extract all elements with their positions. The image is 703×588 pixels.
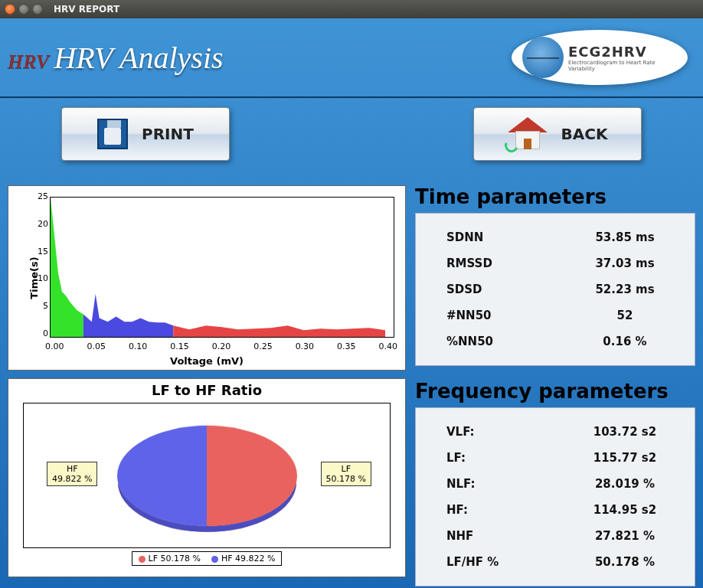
logo-text-small: Electrocardiogram to Heart Rate Variabil… (568, 60, 677, 72)
param-row: RMSSD37.03 ms (446, 250, 675, 276)
page-title: HRV HRV Analysis (8, 40, 224, 76)
param-row: HF:114.95 s2 (446, 497, 675, 523)
param-row: VLF:103.72 s2 (446, 419, 675, 445)
freq-params-heading: Frequency parameters (415, 380, 695, 403)
pie-ellipse (117, 425, 297, 525)
pie-chart: LF to HF Ratio HF 49.822 % LF 50.178 % L… (8, 378, 406, 577)
pie-title: LF to HF Ratio (152, 382, 262, 398)
spectrum-plot-area (50, 197, 394, 338)
spectrum-svg (51, 198, 394, 337)
spectrum-yticks: 25 20 15 10 5 0 (30, 192, 48, 338)
minimize-icon[interactable] (18, 4, 29, 15)
title-main: HRV Analysis (54, 40, 223, 76)
print-button-label: PRINT (142, 125, 194, 143)
save-icon (97, 119, 128, 149)
app-header: HRV HRV Analysis ECG2HRV Electrocardiogr… (0, 18, 703, 98)
print-button[interactable]: PRINT (61, 107, 230, 161)
param-row: #NN5052 (446, 302, 675, 328)
spectrum-chart: Time(s) 25 20 15 10 5 0 (8, 185, 406, 371)
title-prefix: HRV (8, 51, 49, 74)
left-column: Time(s) 25 20 15 10 5 0 (8, 185, 406, 585)
logo: ECG2HRV Electrocardiogram to Heart Rate … (512, 30, 688, 85)
param-row: SDSD52.23 ms (446, 276, 675, 302)
content: Time(s) 25 20 15 10 5 0 (8, 185, 695, 585)
logo-icon (522, 37, 564, 78)
pie-hf-label: HF 49.822 % (47, 462, 97, 486)
param-row: NHF27.821 % (446, 523, 675, 549)
window-titlebar: HRV REPORT (0, 0, 703, 18)
spectrum-xlabel: Voltage (mV) (8, 355, 405, 367)
app-root: HRV HRV Analysis ECG2HRV Electrocardiogr… (0, 18, 703, 588)
param-row: LF:115.77 s2 (446, 445, 675, 471)
param-row: %NN500.16 % (446, 328, 675, 354)
param-row: LF/HF %50.178 % (446, 549, 675, 575)
param-row: SDNN53.85 ms (446, 224, 675, 250)
window-title: HRV REPORT (54, 4, 119, 15)
back-button[interactable]: BACK (473, 107, 642, 161)
param-row: NLF:28.019 % (446, 471, 675, 497)
home-icon (508, 117, 548, 151)
back-button-label: BACK (561, 125, 608, 143)
freq-params-box: VLF:103.72 s2 LF:115.77 s2 NLF:28.019 % … (415, 407, 695, 586)
pie-plot-area: HF 49.822 % LF 50.178 % (23, 403, 391, 548)
close-icon[interactable] (5, 4, 15, 15)
pie-lf-label: LF 50.178 % (321, 462, 371, 486)
toolbar: PRINT BACK (0, 98, 703, 170)
right-column: Time parameters SDNN53.85 ms RMSSD37.03 … (415, 185, 695, 585)
time-params-heading: Time parameters (415, 185, 695, 208)
pie-legend: LF 50.178 % HF 49.822 % (132, 551, 283, 566)
logo-text-big: ECG2HRV (568, 44, 677, 60)
time-params-box: SDNN53.85 ms RMSSD37.03 ms SDSD52.23 ms … (415, 213, 695, 366)
spectrum-xticks: 0.00 0.05 0.10 0.15 0.20 0.25 0.30 0.35 … (45, 341, 397, 351)
maximize-icon[interactable] (32, 4, 43, 15)
